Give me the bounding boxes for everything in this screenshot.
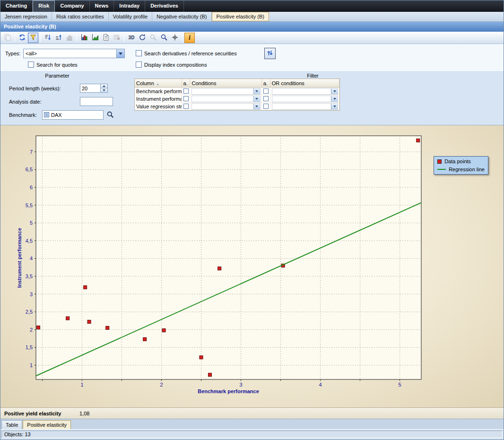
filter-col-a[interactable]: a. — [182, 79, 191, 87]
spin-up-button[interactable] — [101, 84, 107, 88]
tab-negative-elasticity-b[interactable]: Negative elasticity (B) — [152, 12, 211, 21]
benchmark-input[interactable] — [51, 112, 103, 118]
period-length-stepper — [80, 84, 108, 93]
rotate-button[interactable] — [137, 33, 148, 43]
search-derivatives-option[interactable]: Search derivatives / reference securitie… — [136, 50, 237, 56]
execute-search-button[interactable] — [264, 48, 276, 59]
chevron-down-icon[interactable] — [253, 104, 260, 109]
3d-icon: 3D — [129, 35, 135, 40]
bottom-tab-bar: TablePositive elasticity — [0, 419, 504, 429]
chevron-down-icon[interactable] — [253, 88, 260, 94]
status-bar: Objects: 13 — [0, 429, 504, 440]
chevron-down-icon[interactable] — [331, 88, 338, 94]
menu-item-intraday[interactable]: Intraday — [114, 0, 145, 12]
toolbar-separator — [40, 34, 41, 42]
filter-col-conditions[interactable]: Conditions — [190, 79, 261, 87]
filter-cell — [270, 95, 339, 102]
types-dropdown[interactable]: <all> — [23, 49, 125, 58]
svg-text:2: 2 — [160, 382, 163, 387]
filter-cell — [182, 95, 191, 102]
instrument-icon — [43, 112, 50, 119]
bottom-tab-table[interactable]: Table — [1, 420, 22, 429]
area-chart-button[interactable] — [90, 33, 100, 43]
filter-cell — [182, 88, 191, 95]
result-label: Positive yield elasticity — [0, 411, 79, 416]
search-derivatives-checkbox[interactable] — [136, 50, 142, 56]
filter-col-a[interactable]: a. — [262, 79, 270, 87]
condition-checkbox[interactable] — [263, 88, 269, 94]
copy-icon — [4, 34, 11, 42]
menu-item-risk[interactable]: Risk — [33, 0, 55, 12]
bar-chart-button[interactable] — [79, 33, 89, 43]
status-objects: Objects: 13 — [1, 431, 503, 438]
condition-dropdown[interactable] — [191, 103, 260, 110]
condition-dropdown[interactable] — [272, 96, 338, 102]
condition-checkbox[interactable] — [263, 104, 269, 109]
parameter-section-header: Parameter — [0, 73, 114, 79]
delete-table-button — [112, 33, 122, 43]
svg-text:1: 1 — [80, 382, 83, 387]
sort-descending-icon — [44, 34, 52, 42]
filter-row-label: Benchmark performance — [135, 88, 182, 95]
analysis-date-input[interactable] — [80, 97, 113, 106]
report-button[interactable] — [101, 33, 111, 43]
svg-text:5: 5 — [399, 382, 401, 387]
filter-section-header: Filter — [134, 73, 491, 79]
svg-text:5,5: 5,5 — [26, 202, 33, 208]
svg-text:6: 6 — [30, 185, 33, 190]
condition-checkbox[interactable] — [183, 88, 189, 94]
swap-arrows-icon — [267, 50, 273, 57]
toolbar-separator — [15, 34, 15, 42]
tab-volatility-profile[interactable]: Volatility profile — [109, 12, 152, 21]
chart-legend[interactable]: Data pointsRegression line — [434, 156, 488, 175]
svg-text:4,5: 4,5 — [26, 238, 33, 244]
sort-descending-button[interactable] — [43, 33, 53, 43]
sort-ascending-button[interactable] — [53, 33, 64, 43]
benchmark-search-button[interactable] — [105, 110, 115, 120]
info-button[interactable]: i — [184, 33, 195, 43]
menu-item-derivatives[interactable]: Derivatives — [145, 0, 184, 12]
condition-checkbox[interactable] — [183, 104, 189, 109]
panel-title-bar: Positive elasticity (B) — [0, 22, 504, 32]
legend-line-swatch — [437, 169, 446, 170]
filter-cell — [270, 88, 339, 95]
tab-positive-elasticity-b[interactable]: Positive elasticity (B) — [212, 12, 269, 21]
crosshair-button[interactable] — [170, 33, 180, 43]
3d-button[interactable]: 3D — [126, 33, 137, 43]
condition-dropdown[interactable] — [272, 103, 338, 110]
refresh-button[interactable] — [17, 33, 27, 43]
condition-dropdown[interactable] — [272, 88, 338, 95]
condition-checkbox[interactable] — [183, 96, 189, 101]
display-index-checkbox[interactable] — [136, 62, 142, 68]
zoom-dynamic-button — [148, 33, 158, 43]
benchmark-field[interactable] — [42, 110, 104, 120]
display-index-option[interactable]: Display index compositions — [136, 62, 207, 68]
condition-checkbox[interactable] — [263, 96, 269, 101]
menu-item-news[interactable]: News — [90, 0, 114, 12]
tab-jensen-regression[interactable]: Jensen regression — [0, 12, 52, 21]
zoom-button[interactable] — [159, 33, 169, 43]
chevron-down-icon[interactable] — [331, 104, 338, 109]
filter-button[interactable] — [28, 33, 38, 43]
tab-risk-ratios-securities[interactable]: Risk ratios securities — [52, 12, 109, 21]
condition-dropdown[interactable] — [191, 96, 260, 102]
chevron-down-icon[interactable] — [331, 96, 338, 102]
filter-col-column[interactable]: Column▲ — [135, 79, 182, 87]
period-length-input[interactable] — [80, 84, 101, 93]
scatter-plot[interactable]: 1234511,522,533,544,555,566,57 — [0, 125, 504, 397]
bottom-tab-positive-elasticity[interactable]: Positive elasticity — [23, 420, 71, 429]
search-derivatives-label: Search derivatives / reference securitie… — [144, 51, 237, 56]
search-quotes-checkbox[interactable] — [28, 62, 34, 68]
menu-item-charting[interactable]: Charting — [0, 0, 33, 12]
parameter-filter-panel: Parameter Filter Period length (weeks): … — [0, 70, 504, 125]
delete-table-icon — [113, 34, 121, 42]
spin-down-button[interactable] — [101, 88, 107, 92]
report-icon — [102, 34, 110, 42]
histogram-icon — [66, 34, 73, 42]
chevron-down-icon[interactable] — [253, 96, 260, 102]
search-quotes-option[interactable]: Search for quotes — [28, 62, 78, 68]
filter-col-or-conditions[interactable]: OR conditions — [270, 79, 339, 87]
chevron-down-icon[interactable] — [116, 49, 124, 58]
condition-dropdown[interactable] — [191, 88, 260, 95]
menu-item-company[interactable]: Company — [55, 0, 89, 12]
